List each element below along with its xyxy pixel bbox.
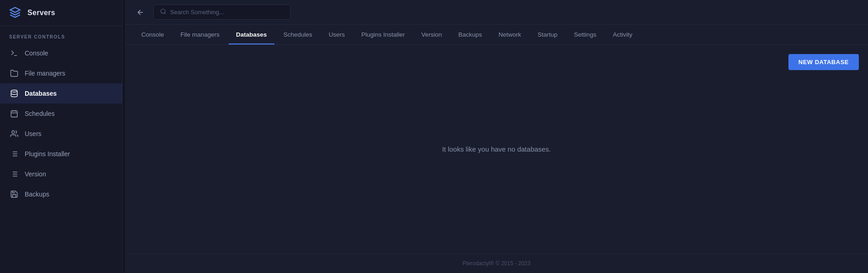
search-bar bbox=[153, 5, 290, 20]
top-bar bbox=[125, 0, 868, 25]
tab-users[interactable]: Users bbox=[321, 25, 352, 44]
tab-activity[interactable]: Activity bbox=[605, 25, 640, 44]
save-icon bbox=[9, 189, 19, 199]
tab-schedules[interactable]: Schedules bbox=[276, 25, 320, 44]
sidebar-item-backups[interactable]: Backups bbox=[0, 184, 122, 204]
back-button[interactable] bbox=[134, 6, 147, 19]
folder-icon bbox=[9, 68, 19, 78]
sidebar-item-label-databases: Databases bbox=[25, 90, 57, 97]
layers-icon bbox=[9, 6, 22, 19]
list-icon bbox=[9, 149, 19, 159]
sidebar-item-label-version: Version bbox=[25, 170, 46, 178]
sidebar-item-label-users: Users bbox=[25, 130, 42, 137]
sidebar: Servers SERVER CONTROLS Console File man… bbox=[0, 0, 123, 273]
svg-point-7 bbox=[12, 131, 15, 133]
sidebar-item-label-schedules: Schedules bbox=[25, 110, 54, 117]
sidebar-item-databases[interactable]: Databases bbox=[0, 83, 122, 104]
sidebar-item-label-plugins-installer: Plugins Installer bbox=[25, 150, 70, 158]
sidebar-item-label-backups: Backups bbox=[25, 191, 49, 198]
tab-plugins-installer[interactable]: Plugins Installer bbox=[354, 25, 412, 44]
app-title: Servers bbox=[27, 9, 55, 17]
list2-icon bbox=[9, 169, 19, 179]
main-content: Console File managers Databases Schedule… bbox=[125, 0, 868, 273]
tab-console[interactable]: Console bbox=[134, 25, 171, 44]
content-area: NEW DATABASE It looks like you have no d… bbox=[125, 45, 868, 253]
sidebar-item-version[interactable]: Version bbox=[0, 164, 122, 184]
sidebar-item-plugins-installer[interactable]: Plugins Installer bbox=[0, 144, 122, 164]
tab-version[interactable]: Version bbox=[414, 25, 449, 44]
new-database-button[interactable]: NEW DATABASE bbox=[788, 54, 859, 70]
sidebar-nav: Console File managers Databases bbox=[0, 43, 122, 273]
svg-point-21 bbox=[161, 9, 165, 13]
tab-startup[interactable]: Startup bbox=[530, 25, 565, 44]
tab-nav: Console File managers Databases Schedule… bbox=[125, 25, 868, 45]
sidebar-header: Servers bbox=[0, 0, 122, 26]
sidebar-item-schedules[interactable]: Schedules bbox=[0, 104, 122, 124]
sidebar-item-label-console: Console bbox=[25, 49, 48, 57]
tab-backups[interactable]: Backups bbox=[451, 25, 489, 44]
svg-line-22 bbox=[165, 13, 166, 14]
svg-marker-0 bbox=[10, 7, 20, 12]
svg-rect-3 bbox=[11, 111, 17, 117]
sidebar-item-console[interactable]: Console bbox=[0, 43, 122, 63]
users-icon bbox=[9, 129, 19, 139]
tab-network[interactable]: Network bbox=[491, 25, 529, 44]
search-icon bbox=[160, 8, 166, 16]
search-input[interactable] bbox=[170, 9, 284, 16]
tab-file-managers[interactable]: File managers bbox=[173, 25, 227, 44]
tab-databases[interactable]: Databases bbox=[229, 25, 274, 44]
sidebar-item-users[interactable]: Users bbox=[0, 124, 122, 144]
section-label: SERVER CONTROLS bbox=[0, 26, 122, 43]
svg-point-2 bbox=[11, 90, 17, 93]
terminal-icon bbox=[9, 48, 19, 58]
footer: Pterodactyl® © 2015 - 2023 bbox=[125, 253, 868, 273]
sidebar-item-file-managers[interactable]: File managers bbox=[0, 63, 122, 83]
sidebar-item-label-file-managers: File managers bbox=[25, 70, 65, 77]
copyright-text: Pterodactyl® © 2015 - 2023 bbox=[462, 260, 530, 267]
database-icon bbox=[9, 88, 19, 98]
calendar-icon bbox=[9, 109, 19, 119]
empty-message: It looks like you have no databases. bbox=[442, 145, 551, 153]
tab-settings[interactable]: Settings bbox=[567, 25, 604, 44]
